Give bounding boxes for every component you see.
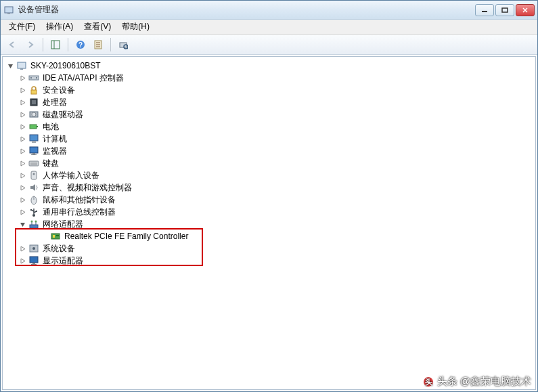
help-button[interactable]: ? bbox=[72, 37, 89, 52]
root-icon bbox=[16, 60, 27, 71]
tree-root-node[interactable]: SKY-20190610BST bbox=[3, 60, 535, 72]
svg-point-27 bbox=[32, 112, 36, 116]
menu-view[interactable]: 查看(V) bbox=[79, 20, 116, 34]
expand-icon[interactable] bbox=[18, 122, 27, 131]
expand-icon[interactable] bbox=[18, 158, 27, 168]
tree-category-monitor[interactable]: 监视器 bbox=[3, 145, 535, 157]
svg-rect-23 bbox=[31, 90, 37, 94]
tree-category-disk[interactable]: 磁盘驱动器 bbox=[3, 108, 535, 121]
scan-hardware-button[interactable] bbox=[115, 37, 131, 52]
keyboard-icon bbox=[28, 158, 39, 169]
menu-action[interactable]: 操作(A) bbox=[41, 20, 79, 34]
expand-icon[interactable] bbox=[18, 134, 27, 144]
expand-icon[interactable] bbox=[18, 183, 27, 192]
collapse-icon[interactable] bbox=[5, 61, 15, 70]
mouse-icon bbox=[28, 194, 39, 205]
expand-icon[interactable] bbox=[18, 73, 27, 83]
watermark-icon: 头 bbox=[422, 376, 434, 388]
display-icon bbox=[28, 255, 39, 266]
back-button bbox=[5, 37, 21, 52]
tree-category-usb[interactable]: 通用串行总线控制器 bbox=[3, 206, 535, 218]
tree-node-label: 磁盘驱动器 bbox=[41, 108, 85, 121]
svg-point-51 bbox=[31, 221, 33, 223]
properties-button[interactable] bbox=[90, 37, 106, 52]
maximize-button[interactable] bbox=[495, 4, 514, 16]
svg-point-52 bbox=[35, 221, 37, 223]
expand-icon[interactable] bbox=[18, 195, 27, 204]
svg-rect-33 bbox=[32, 153, 35, 154]
tree-category-system[interactable]: 系统设备 bbox=[3, 242, 535, 255]
tree-category-keyboard[interactable]: 键盘 bbox=[3, 157, 535, 169]
tree-category-ide[interactable]: IDE ATA/ATAPI 控制器 bbox=[3, 72, 535, 84]
svg-rect-25 bbox=[32, 100, 36, 104]
system-icon bbox=[28, 243, 39, 254]
menubar: 文件(F) 操作(A) 查看(V) 帮助(H) bbox=[1, 20, 537, 35]
tree-node-label: 鼠标和其他指针设备 bbox=[41, 194, 117, 206]
svg-rect-32 bbox=[30, 147, 38, 153]
svg-rect-1 bbox=[7, 13, 10, 14]
titlebar: 设备管理器 bbox=[1, 1, 537, 20]
tree-category-computer[interactable]: 计算机 bbox=[3, 133, 535, 145]
expand-icon[interactable] bbox=[18, 85, 27, 95]
svg-rect-54 bbox=[53, 235, 55, 238]
svg-rect-47 bbox=[36, 211, 37, 212]
tree-node-label: 人体学输入设备 bbox=[41, 169, 101, 182]
svg-point-20 bbox=[30, 77, 32, 79]
svg-rect-28 bbox=[30, 125, 37, 129]
tree-node-label: 显示适配器 bbox=[41, 255, 85, 267]
svg-rect-3 bbox=[502, 8, 508, 12]
expand-icon[interactable] bbox=[18, 171, 27, 180]
tree-category-battery[interactable]: 电池 bbox=[3, 121, 535, 133]
expand-icon[interactable] bbox=[18, 146, 27, 156]
tree-category-network[interactable]: 网络适配器 bbox=[3, 218, 535, 230]
disk-icon bbox=[28, 109, 39, 120]
forward-button bbox=[22, 37, 39, 52]
tree-category-hid[interactable]: 人体学输入设备 bbox=[3, 169, 535, 181]
expand-icon[interactable] bbox=[18, 97, 27, 107]
tree-node-label: Realtek PCIe FE Family Controller bbox=[63, 231, 189, 242]
svg-point-21 bbox=[36, 77, 37, 79]
device-manager-window: 设备管理器 文件(F) 操作(A) 查看(V) 帮助(H) ? SKY-2019… bbox=[0, 0, 538, 392]
tree-category-cpu[interactable]: 处理器 bbox=[3, 96, 535, 108]
ide-icon bbox=[28, 72, 39, 83]
tree-node-label: 通用串行总线控制器 bbox=[41, 206, 117, 219]
expand-icon[interactable] bbox=[18, 256, 27, 265]
svg-rect-30 bbox=[30, 135, 38, 141]
svg-rect-18 bbox=[20, 68, 23, 70]
tree-node-label: 安全设备 bbox=[41, 84, 76, 97]
expand-icon[interactable] bbox=[18, 110, 27, 119]
menu-file[interactable]: 文件(F) bbox=[3, 20, 41, 34]
svg-point-42 bbox=[32, 214, 35, 217]
svg-rect-31 bbox=[32, 141, 36, 143]
svg-point-57 bbox=[32, 247, 35, 250]
tree-device-nic[interactable]: Realtek PCIe FE Family Controller bbox=[3, 230, 535, 242]
svg-rect-6 bbox=[51, 41, 60, 49]
window-title: 设备管理器 bbox=[18, 4, 475, 16]
tree-category-display[interactable]: 显示适配器 bbox=[3, 255, 535, 267]
tree-category-sound[interactable]: 声音、视频和游戏控制器 bbox=[3, 181, 535, 194]
tree-category-security[interactable]: 安全设备 bbox=[3, 84, 535, 96]
computer-icon bbox=[28, 133, 39, 144]
device-tree[interactable]: SKY-20190610BSTIDE ATA/ATAPI 控制器安全设备处理器磁… bbox=[2, 56, 536, 390]
svg-point-46 bbox=[30, 209, 32, 211]
svg-point-39 bbox=[33, 173, 35, 175]
menu-help[interactable]: 帮助(H) bbox=[116, 20, 155, 34]
nic-icon bbox=[50, 231, 61, 242]
expand-icon[interactable] bbox=[18, 244, 27, 253]
expand-icon[interactable] bbox=[18, 207, 27, 217]
tree-node-label: 电池 bbox=[41, 121, 60, 133]
watermark-text: 头条 @鑫荣电脑技术 bbox=[437, 375, 531, 388]
watermark: 头 头条 @鑫荣电脑技术 bbox=[422, 375, 531, 388]
tree-node-label: IDE ATA/ATAPI 控制器 bbox=[41, 72, 125, 85]
toolbar-separator bbox=[68, 38, 68, 51]
app-icon bbox=[3, 5, 14, 16]
svg-rect-60 bbox=[31, 264, 37, 265]
collapse-icon[interactable] bbox=[18, 219, 27, 229]
tree-category-mouse[interactable]: 鼠标和其他指针设备 bbox=[3, 194, 535, 206]
tree-node-label: 网络适配器 bbox=[41, 218, 85, 231]
minimize-button[interactable] bbox=[475, 4, 494, 16]
toolbar: ? bbox=[1, 35, 537, 55]
close-button[interactable] bbox=[516, 4, 535, 16]
show-hide-tree-button[interactable] bbox=[47, 37, 64, 52]
battery-icon bbox=[28, 121, 39, 132]
